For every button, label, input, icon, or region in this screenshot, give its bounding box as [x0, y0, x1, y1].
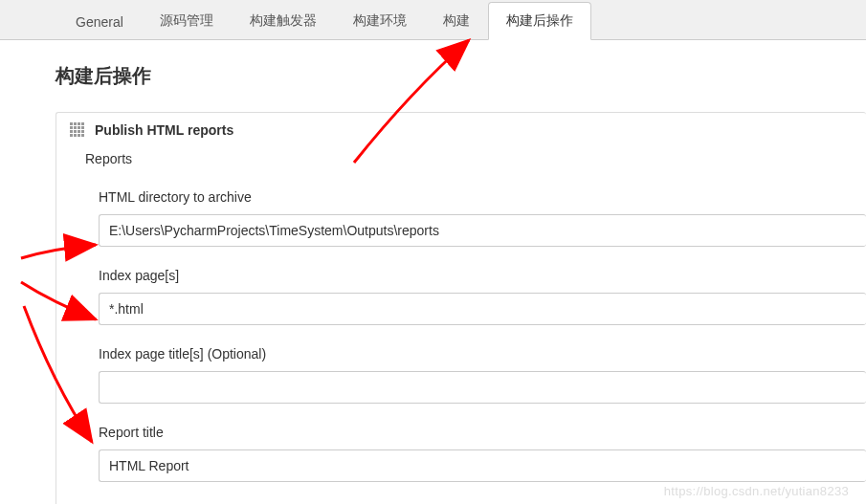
tab-build-triggers[interactable]: 构建触发器	[232, 2, 335, 39]
report-title-label: Report title	[99, 425, 866, 440]
tab-post-build-actions[interactable]: 构建后操作	[488, 2, 591, 40]
field-index-pages: Index page[s]	[99, 268, 866, 325]
page-body: 构建后操作 Publish HTML reports Reports HTML …	[0, 40, 866, 504]
field-index-page-titles: Index page title[s] (Optional)	[99, 346, 866, 404]
reports-label: Reports	[85, 151, 866, 166]
block-header: Publish HTML reports	[56, 119, 866, 143]
field-report-title: Report title	[99, 425, 866, 482]
index-page-titles-label: Index page title[s] (Optional)	[99, 346, 866, 362]
publish-html-reports-block: Publish HTML reports Reports HTML direct…	[56, 112, 866, 504]
tab-build[interactable]: 构建	[425, 2, 488, 39]
index-pages-input[interactable]	[99, 293, 866, 325]
tab-source-code[interactable]: 源码管理	[142, 2, 232, 39]
tab-build-env[interactable]: 构建环境	[335, 2, 425, 39]
tab-general[interactable]: General	[57, 4, 142, 39]
report-title-input[interactable]	[99, 449, 866, 482]
field-html-directory: HTML directory to archive	[99, 189, 866, 247]
index-page-titles-input[interactable]	[99, 371, 866, 404]
html-directory-input[interactable]	[99, 214, 866, 247]
fields: HTML directory to archive Index page[s] …	[99, 189, 866, 482]
index-pages-label: Index page[s]	[99, 268, 866, 283]
html-directory-label: HTML directory to archive	[99, 189, 866, 205]
block-title: Publish HTML reports	[95, 122, 233, 138]
section-title: 构建后操作	[56, 63, 866, 89]
drag-handle-icon[interactable]	[70, 122, 85, 138]
tabs-bar: General 源码管理 构建触发器 构建环境 构建 构建后操作	[0, 0, 866, 40]
